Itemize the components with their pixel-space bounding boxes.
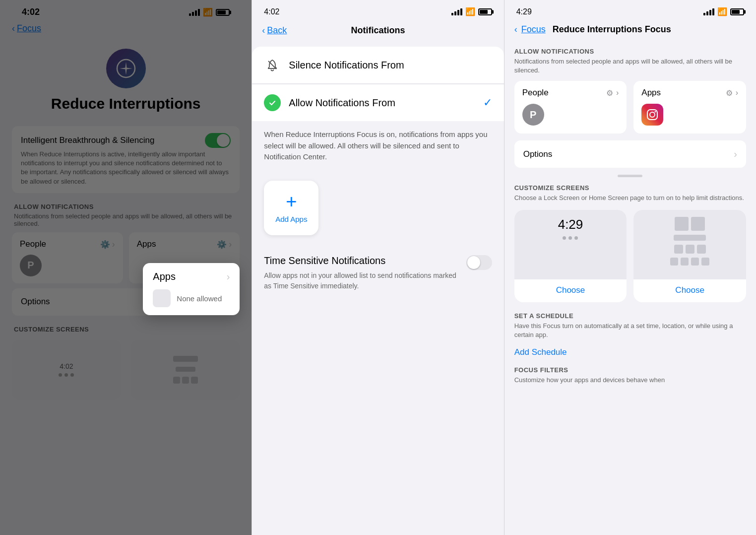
back-icon-3[interactable]: ‹ [514,24,517,35]
home-rect-i [691,258,699,266]
panel3-content: 4:29 📶 ‹ Focus Reduce Interruptions Focu… [504,0,756,535]
panel2-content: 4:02 📶 ‹ Back Notifications [252,0,504,535]
nav-bar-3: ‹ Focus Reduce Interruptions Focus [504,20,756,41]
focus-filters-section-p3: FOCUS FILTERS Customize how your apps an… [504,366,756,385]
dot-a [563,236,566,240]
nav-title-2: Notifications [351,25,405,36]
wifi-icon-3: 📶 [717,7,727,16]
apps-popup-header: Apps › [153,271,230,282]
people-card-title-p3: People [522,88,549,98]
home-rect-row-3 [670,258,709,266]
gear-icon-apps-p3: ⚙ [726,88,733,98]
apps-none-text: None allowed [177,294,222,303]
back-button-2[interactable]: ‹ Back [262,25,287,36]
time-3: 4:29 [516,7,532,16]
people-card-icons-p3: ⚙ › [606,88,619,98]
allow-section-label-p3: ALLOW NOTIFICATIONS [514,48,746,55]
home-rect-row-1 [675,217,705,231]
instagram-icon [641,104,663,126]
home-rect-j [701,258,709,266]
apps-popup[interactable]: Apps › None allowed [143,263,240,315]
allow-notifications-p3: ALLOW NOTIFICATIONS Notifications from s… [504,41,756,81]
home-rect-h [681,258,689,266]
allow-option[interactable]: Allow Notifications From ✓ [252,84,504,121]
apps-popup-chevron-icon: › [227,271,230,282]
ts-title: Time Sensitive Notifications [264,255,458,267]
panel-3: 4:29 📶 ‹ Focus Reduce Interruptions Focu… [504,0,756,535]
modal-sheet: Silence Notifications From Allow Notific… [252,47,504,121]
p3-lock-dots [563,236,578,240]
schedule-desc-p3: Have this Focus turn on automatically at… [514,322,746,339]
time-sensitive-text: Time Sensitive Notifications Allow apps … [264,255,458,291]
apps-card-title-p3: Apps [641,88,661,98]
add-schedule-button[interactable]: Add Schedule [514,345,746,359]
home-rect-b [691,217,705,231]
home-rect-d [674,245,683,254]
dot-c [574,236,578,240]
status-icons-3: 📶 [703,7,744,16]
focus-filters-desc-p3: Customize how your apps and devices beha… [514,376,746,385]
status-bar-2: 4:02 📶 [252,0,504,20]
options-row-p3[interactable]: Options › [514,140,746,168]
focus-nav-link[interactable]: Focus [521,24,546,35]
dot-b [568,236,572,240]
add-apps-button[interactable]: + Add Apps [264,181,318,235]
screens-row-p3: 4:29 Choose [514,210,746,309]
chevron-icon-p3: › [616,88,619,97]
schedule-label-p3: SET A SCHEDULE [514,312,746,320]
options-label-p3: Options [523,149,553,159]
panel-1: 4:02 📶 ‹ Focus [0,0,252,535]
people-apps-cards-p3: People ⚙ › P Apps ⚙ › [514,81,746,134]
checkmark-icon: ✓ [483,96,492,109]
panel2-description: When Reduce Interruptions Focus is on, n… [252,121,504,171]
silence-option[interactable]: Silence Notifications From [252,47,504,84]
lock-screen-preview: 4:29 [514,210,627,279]
allow-check-icon [264,94,281,111]
battery-icon-2 [478,8,492,15]
lock-screen-choose-button[interactable]: Choose [556,285,585,295]
home-rect-row-2 [674,245,706,254]
chevron-left-icon-2: ‹ [262,25,265,36]
allow-section-desc-p3: Notifications from selected people and a… [514,57,746,75]
time-sensitive-toggle[interactable] [466,255,492,270]
customize-label-p3: CUSTOMIZE SCREENS [514,184,746,192]
svg-point-2 [267,98,277,108]
home-rect-a [675,217,689,231]
people-card-p3[interactable]: People ⚙ › P [514,81,627,134]
time-2: 4:02 [264,7,279,16]
apps-none-icon [153,289,171,307]
customize-screens-p3: CUSTOMIZE SCREENS Choose a Lock Screen o… [504,177,756,309]
apps-card-p3[interactable]: Apps ⚙ › [633,81,746,134]
silence-bell-icon [264,57,281,73]
panel-2: 4:02 📶 ‹ Back Notifications [252,0,504,535]
customize-desc-p3: Choose a Lock Screen or Home Screen page… [514,194,746,202]
home-screen-preview [633,210,746,279]
back-label-2[interactable]: Back [267,25,287,36]
options-chevron-icon-p3: › [734,148,737,160]
focus-filters-label-p3: FOCUS FILTERS [514,366,746,374]
status-icons-2: 📶 [451,7,492,16]
home-screen-card-p3[interactable]: Choose [633,210,746,302]
allow-option-label: Allow Notifications From [289,97,395,109]
schedule-section-p3: SET A SCHEDULE Have this Focus turn on a… [504,312,756,359]
wifi-icon-2: 📶 [465,7,475,16]
p3-nav-title: Reduce Interruptions Focus [553,24,671,35]
home-rect-e [686,245,694,254]
time-sensitive-row: Time Sensitive Notifications Allow apps … [252,245,504,291]
silence-option-label: Silence Notifications From [289,60,404,71]
home-rect-c [674,235,706,241]
gear-icon-p3: ⚙ [606,88,613,98]
signal-icon-2 [451,8,462,15]
apps-popup-item: None allowed [153,289,230,307]
ts-desc: Allow apps not in your allowed list to s… [264,270,458,291]
nav-bar-2: ‹ Back Notifications [252,20,504,41]
plus-icon: + [286,192,297,211]
svg-point-4 [650,112,655,117]
home-screen-choose-button[interactable]: Choose [675,285,704,295]
battery-icon-3 [730,8,744,15]
signal-icon-3 [703,8,714,15]
svg-point-5 [655,111,656,113]
add-apps-label[interactable]: Add Apps [275,215,307,223]
lock-screen-card-p3[interactable]: 4:29 Choose [514,210,627,302]
apps-card-icons-p3: ⚙ › [726,88,738,98]
